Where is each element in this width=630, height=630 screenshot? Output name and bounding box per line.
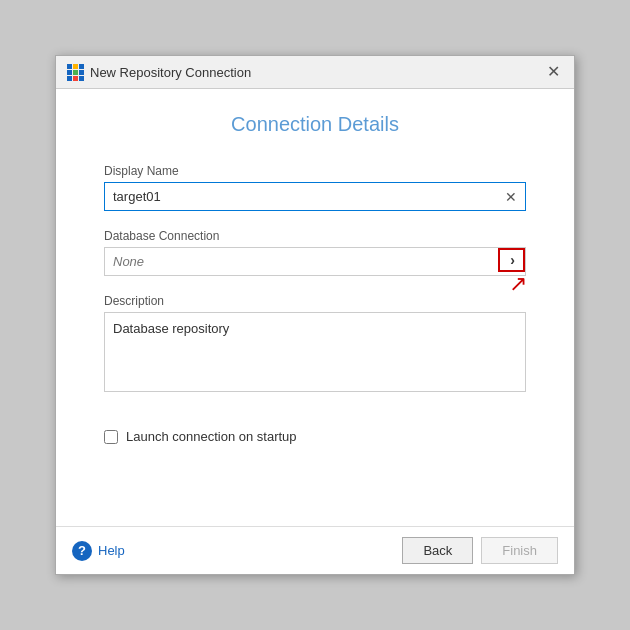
launch-checkbox[interactable] (104, 430, 118, 444)
description-textarea[interactable] (104, 312, 526, 392)
database-connection-label: Database Connection (104, 229, 526, 243)
database-connection-field: Database Connection › ↗ (104, 229, 526, 276)
display-name-input-row: ✕ (104, 182, 526, 211)
help-icon[interactable]: ? (72, 541, 92, 561)
dialog-body: Connection Details Display Name ✕ Databa… (56, 89, 574, 526)
title-bar: New Repository Connection ✕ (56, 56, 574, 89)
title-bar-left: New Repository Connection (66, 63, 251, 81)
dialog-footer: ? Help Back Finish (56, 526, 574, 574)
launch-checkbox-label[interactable]: Launch connection on startup (126, 429, 297, 444)
close-button[interactable]: ✕ (543, 62, 564, 82)
red-arrow-indicator: ↗ (509, 271, 527, 297)
description-field: Description (104, 294, 526, 395)
description-label: Description (104, 294, 526, 308)
database-browse-button[interactable]: › (498, 248, 525, 272)
footer-right: Back Finish (402, 537, 558, 564)
footer-left: ? Help (72, 541, 125, 561)
dialog-title: New Repository Connection (90, 65, 251, 80)
display-name-field: Display Name ✕ (104, 164, 526, 211)
display-name-label: Display Name (104, 164, 526, 178)
app-icon (66, 63, 84, 81)
section-title: Connection Details (104, 113, 526, 136)
database-connection-row: › ↗ (104, 247, 526, 276)
display-name-input[interactable] (105, 183, 497, 210)
finish-button: Finish (481, 537, 558, 564)
back-button[interactable]: Back (402, 537, 473, 564)
new-repository-dialog: New Repository Connection ✕ Connection D… (55, 55, 575, 575)
help-link[interactable]: Help (98, 543, 125, 558)
clear-display-name-button[interactable]: ✕ (497, 185, 525, 209)
launch-checkbox-row: Launch connection on startup (104, 429, 526, 444)
arrow-indicator: › ↗ (498, 248, 525, 275)
database-connection-input[interactable] (105, 248, 498, 275)
